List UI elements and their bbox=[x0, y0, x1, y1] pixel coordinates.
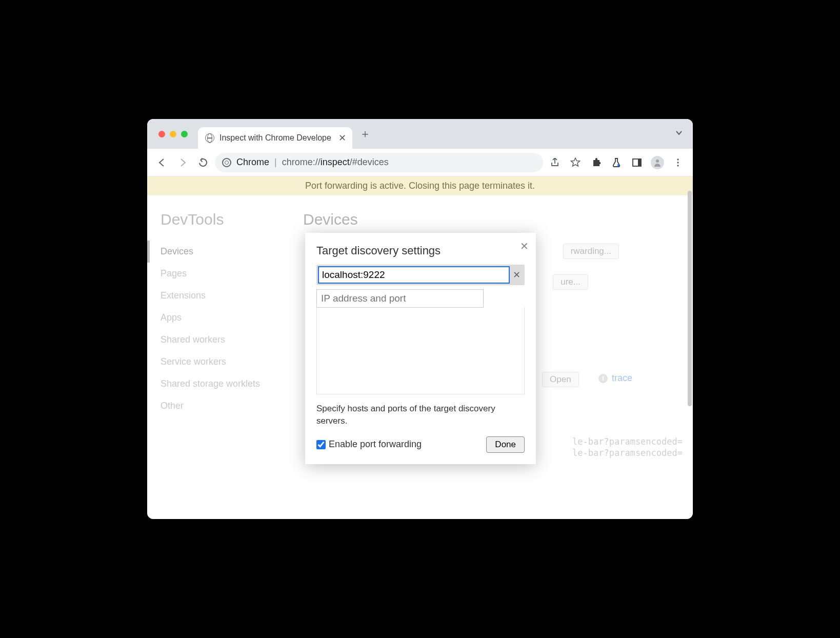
sidepanel-icon[interactable] bbox=[628, 154, 646, 171]
reload-button[interactable] bbox=[194, 154, 212, 171]
main-heading: Devices bbox=[303, 211, 681, 228]
configure-button[interactable]: ure... bbox=[553, 274, 588, 290]
tab-bar: Inspect with Chrome Develope ✕ ＋ bbox=[147, 119, 693, 149]
svg-point-0 bbox=[617, 164, 619, 166]
open-button[interactable]: Open bbox=[542, 372, 579, 387]
checkbox-label: Enable port forwarding bbox=[329, 439, 422, 450]
sidebar-item-apps[interactable]: Apps bbox=[147, 307, 291, 329]
modal-help-text: Specify hosts and ports of the target di… bbox=[316, 403, 525, 427]
sidebar-item-service-workers[interactable]: Service workers bbox=[147, 351, 291, 373]
sidebar-item-shared-workers[interactable]: Shared workers bbox=[147, 329, 291, 351]
target-list-empty-area bbox=[316, 307, 525, 394]
profile-avatar[interactable] bbox=[649, 154, 666, 171]
enable-port-forwarding-checkbox[interactable] bbox=[316, 440, 326, 449]
bg-text-2: le-bar?paramsencoded= bbox=[572, 448, 683, 458]
close-modal-icon[interactable]: ✕ bbox=[520, 240, 529, 252]
new-tab-button[interactable]: ＋ bbox=[359, 126, 371, 142]
forward-button[interactable] bbox=[174, 154, 191, 171]
addr-url: chrome://inspect/#devices bbox=[282, 157, 389, 168]
svg-rect-2 bbox=[638, 159, 641, 166]
port-forwarding-button[interactable]: rwarding... bbox=[563, 244, 619, 259]
target-row: ✕ bbox=[316, 265, 525, 285]
port-forwarding-banner: Port forwarding is active. Closing this … bbox=[147, 176, 693, 195]
chrome-icon bbox=[222, 158, 231, 167]
svg-point-3 bbox=[656, 160, 659, 163]
sidebar-item-pages[interactable]: Pages bbox=[147, 263, 291, 285]
done-button[interactable]: Done bbox=[486, 436, 525, 453]
extensions-icon[interactable] bbox=[587, 154, 605, 171]
close-tab-icon[interactable]: ✕ bbox=[338, 132, 346, 144]
labs-icon[interactable] bbox=[608, 154, 625, 171]
back-button[interactable] bbox=[153, 154, 171, 171]
maximize-window-icon[interactable] bbox=[181, 131, 188, 137]
share-icon[interactable] bbox=[546, 154, 564, 171]
remove-target-icon[interactable]: ✕ bbox=[510, 269, 523, 281]
sidebar-item-devices[interactable]: Devices bbox=[147, 241, 291, 263]
tabs: Inspect with Chrome Develope ✕ bbox=[198, 119, 352, 149]
bg-text-1: le-bar?paramsencoded= bbox=[572, 436, 683, 447]
sidebar-item-extensions[interactable]: Extensions bbox=[147, 285, 291, 307]
scrollbar[interactable] bbox=[688, 191, 692, 406]
sidebar-item-other[interactable]: Other bbox=[147, 395, 291, 417]
tab-title: Inspect with Chrome Develope bbox=[219, 133, 331, 143]
new-target-input[interactable] bbox=[316, 289, 484, 308]
window-controls bbox=[158, 131, 188, 137]
tab-active[interactable]: Inspect with Chrome Develope ✕ bbox=[198, 127, 352, 149]
enable-port-forwarding-row[interactable]: Enable port forwarding bbox=[316, 439, 422, 450]
close-window-icon[interactable] bbox=[158, 131, 165, 137]
bookmark-icon[interactable] bbox=[567, 154, 584, 171]
minimize-window-icon[interactable] bbox=[170, 131, 176, 137]
sidebar-item-shared-storage-worklets[interactable]: Shared storage worklets bbox=[147, 373, 291, 395]
svg-point-4 bbox=[677, 158, 678, 160]
new-target-row bbox=[316, 289, 525, 308]
modal-footer: Enable port forwarding Done bbox=[316, 436, 525, 453]
address-input[interactable]: Chrome | chrome://inspect/#devices bbox=[215, 153, 543, 172]
trace-link[interactable]: i trace bbox=[598, 373, 632, 384]
browser-window: Inspect with Chrome Develope ✕ ＋ Chrome … bbox=[147, 119, 693, 519]
tabs-dropdown-icon[interactable] bbox=[675, 129, 683, 138]
svg-point-6 bbox=[677, 165, 678, 166]
target-discovery-modal: ✕ Target discovery settings ✕ Specify ho… bbox=[305, 233, 536, 464]
target-input[interactable] bbox=[318, 266, 510, 284]
globe-icon bbox=[205, 133, 214, 143]
address-bar: Chrome | chrome://inspect/#devices bbox=[147, 149, 693, 176]
menu-icon[interactable] bbox=[669, 154, 687, 171]
svg-point-5 bbox=[677, 162, 678, 163]
addr-sep: | bbox=[274, 157, 277, 168]
addr-label: Chrome bbox=[236, 157, 269, 168]
sidebar: DevTools Devices Pages Extensions Apps S… bbox=[147, 195, 291, 519]
modal-title: Target discovery settings bbox=[316, 244, 525, 257]
sidebar-title: DevTools bbox=[147, 211, 291, 241]
info-icon: i bbox=[598, 374, 608, 383]
